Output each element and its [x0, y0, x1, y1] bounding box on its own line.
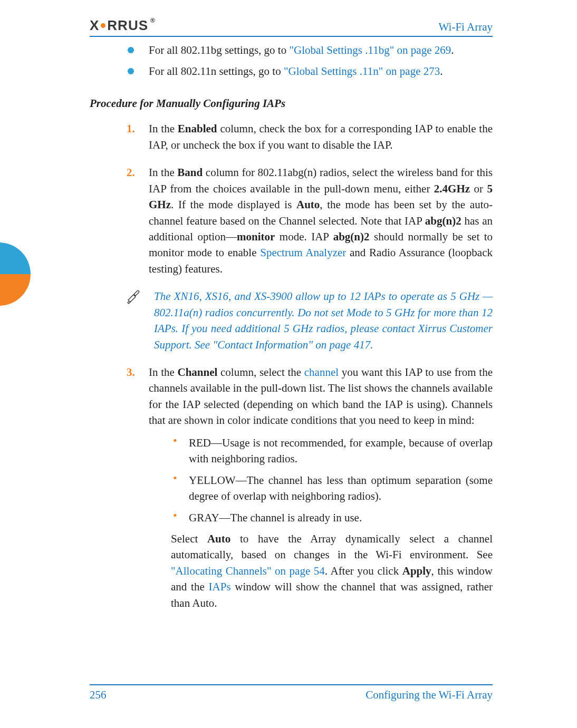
link-global-11bg[interactable]: "Global Settings .11bg" on page 269: [289, 44, 451, 56]
link-channel[interactable]: channel: [304, 366, 339, 378]
step-2-t3: or: [470, 182, 487, 195]
color-red-item: RED—Usage is not recommended, for exampl…: [171, 435, 493, 467]
intro-bullet-11bg: For all 802.11bg settings, go to "Global…: [127, 42, 493, 58]
logo-text-rrus: RRUS: [107, 17, 148, 34]
step-3-t2: column, select the: [217, 366, 304, 378]
step-1-enabled-bold: Enabled: [178, 122, 217, 135]
step-1-pre: In the: [149, 122, 178, 135]
step-2-24ghz-bold: 2.4GHz: [434, 182, 470, 195]
link-iaps[interactable]: IAPs: [209, 580, 231, 593]
step-2-monitor-bold: monitor: [237, 230, 275, 243]
step-3-channel-bold: Channel: [178, 366, 218, 378]
step-3-p2-t3: . After you click: [325, 565, 402, 577]
step-3-apply-bold: Apply: [402, 565, 431, 577]
step-2-abg-bold: abg(n)2: [425, 215, 461, 227]
page-number: 256: [90, 688, 107, 702]
intro-bullet-11n-suffix: .: [440, 65, 443, 77]
step-3-t1: In the: [149, 366, 178, 378]
step-3-p2-t1: Select: [171, 532, 207, 545]
step-2-auto-bold: Auto: [296, 198, 320, 211]
step-3: In the Channel column, select the channe…: [127, 364, 493, 611]
logo-dot-icon: [101, 23, 105, 28]
link-global-11n[interactable]: "Global Settings .11n" on page 273: [284, 65, 440, 77]
page-footer: 256 Configuring the Wi-Fi Array: [90, 684, 493, 702]
intro-bullet-11n-text: For all 802.11n settings, go to: [149, 65, 284, 77]
link-spectrum-analyzer[interactable]: Spectrum Analyzer: [260, 246, 346, 259]
intro-bullet-11n: For all 802.11n settings, go to "Global …: [127, 63, 493, 79]
step-1: In the Enabled column, check the box for…: [127, 121, 493, 153]
step-2-t1: In the: [149, 166, 177, 179]
page-content: For all 802.11bg settings, go to "Global…: [90, 42, 493, 670]
xirrus-logo: X RRUS ®: [90, 17, 155, 34]
link-allocating-channels[interactable]: "Allocating Channels" on page 54: [171, 565, 325, 577]
header-title: Wi-Fi Array: [439, 21, 493, 34]
procedure-steps-continued: In the Channel column, select the channe…: [127, 364, 493, 611]
trademark-icon: ®: [150, 17, 156, 24]
logo-letter-x: X: [90, 17, 99, 34]
intro-bullet-11bg-text: For all 802.11bg settings, go to: [149, 44, 289, 56]
side-tab-decoration: [0, 242, 31, 306]
step-2-t7: mode. IAP: [275, 230, 333, 243]
step-2-abg2-bold: abg(n)2: [333, 230, 370, 243]
footer-section-title: Configuring the Wi-Fi Array: [366, 688, 493, 702]
writing-hand-icon: [127, 288, 145, 304]
intro-bullet-11bg-suffix: .: [451, 44, 454, 56]
step-2-t4: . If the mode displayed is: [171, 198, 296, 211]
note-box: The XN16, XS16, and XS-3900 allow up to …: [127, 288, 493, 353]
note-text: The XN16, XS16, and XS-3900 allow up to …: [154, 288, 493, 353]
step-2-band-bold: Band: [177, 166, 203, 179]
color-yellow-item: YELLOW—The channel has less than optimum…: [171, 472, 493, 504]
channel-color-list: RED—Usage is not recommended, for exampl…: [171, 435, 493, 526]
intro-bullet-list: For all 802.11bg settings, go to "Global…: [127, 42, 493, 80]
procedure-steps: In the Enabled column, check the box for…: [127, 121, 493, 277]
step-3-paragraph-2: Select Auto to have the Array dynamicall…: [171, 531, 493, 611]
page: X RRUS ® Wi-Fi Array For all 802.11bg se…: [0, 0, 577, 728]
procedure-subheading: Procedure for Manually Configuring IAPs: [90, 95, 493, 111]
step-3-auto-bold: Auto: [207, 532, 230, 545]
color-gray-item: GRAY—The channel is already in use.: [171, 510, 493, 526]
page-header: X RRUS ® Wi-Fi Array: [90, 11, 493, 37]
step-2: In the Band column for 802.11abg(n) radi…: [127, 164, 493, 277]
hand-icon: [127, 288, 145, 353]
